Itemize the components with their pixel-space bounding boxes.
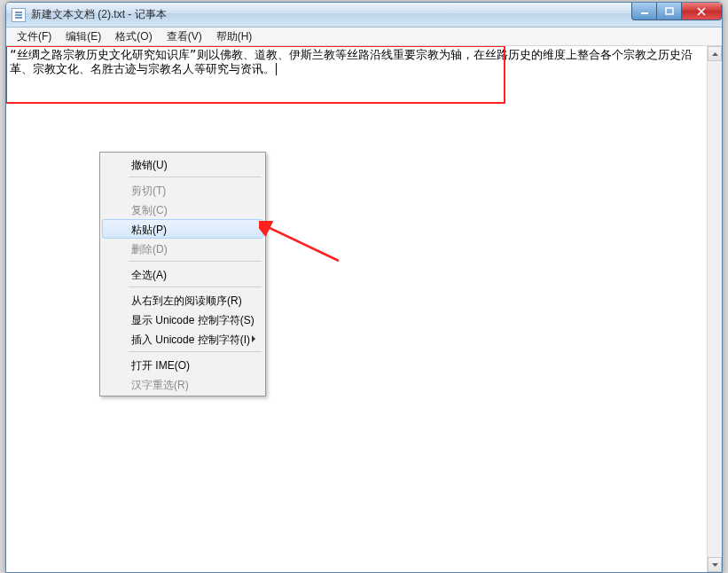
menubar: 文件(F) 编辑(E) 格式(O) 查看(V) 帮助(H)	[6, 27, 722, 46]
maximize-icon	[665, 7, 674, 16]
titlebar[interactable]: 新建文本文档 (2).txt - 记事本	[6, 3, 722, 27]
editor-text: “丝绸之路宗教历史文化研究知识库”则以佛教、道教、伊斯兰教等丝路沿线重要宗教为轴…	[10, 48, 693, 75]
text-cursor	[276, 63, 277, 75]
menu-help[interactable]: 帮助(H)	[209, 27, 260, 46]
context-menu: 撤销(U) 剪切(T) 复制(C) 粘贴(P) 删除(D) 全选(A) 从右到左…	[99, 152, 266, 396]
menu-separator	[129, 286, 262, 287]
close-icon	[696, 7, 707, 16]
menu-separator	[129, 177, 262, 177]
scroll-up-button[interactable]	[708, 46, 722, 61]
menu-separator	[129, 261, 262, 262]
context-open-ime[interactable]: 打开 IME(O)	[102, 355, 263, 374]
content-area: “丝绸之路宗教历史文化研究知识库”则以佛教、道教、伊斯兰教等丝路沿线重要宗教为轴…	[6, 46, 722, 572]
svg-rect-0	[641, 12, 648, 14]
context-paste[interactable]: 粘贴(P)	[102, 219, 263, 239]
context-cut[interactable]: 剪切(T)	[102, 180, 263, 200]
context-reconvert[interactable]: 汉字重选(R)	[102, 374, 263, 394]
context-undo[interactable]: 撤销(U)	[102, 154, 263, 174]
minimize-button[interactable]	[631, 3, 656, 20]
menu-file[interactable]: 文件(F)	[10, 27, 59, 46]
window-controls	[631, 3, 722, 20]
close-button[interactable]	[681, 3, 722, 20]
menu-view[interactable]: 查看(V)	[160, 27, 209, 46]
chevron-up-icon	[712, 52, 718, 56]
context-copy[interactable]: 复制(C)	[102, 200, 263, 219]
maximize-button[interactable]	[656, 3, 681, 20]
notepad-window: 新建文本文档 (2).txt - 记事本 文件(F) 编辑(E) 格式(O) 查…	[5, 2, 723, 573]
chevron-down-icon	[712, 563, 718, 567]
context-select-all[interactable]: 全选(A)	[102, 264, 263, 284]
scroll-track[interactable]	[708, 61, 722, 557]
context-show-unicode[interactable]: 显示 Unicode 控制字符(S)	[102, 310, 263, 329]
menu-edit[interactable]: 编辑(E)	[59, 27, 108, 46]
notepad-icon	[12, 8, 26, 22]
menu-separator	[129, 351, 262, 352]
minimize-icon	[640, 7, 649, 16]
menu-format[interactable]: 格式(O)	[108, 27, 159, 46]
window-title: 新建文本文档 (2).txt - 记事本	[31, 7, 167, 22]
submenu-arrow-icon	[252, 335, 255, 342]
context-rtl[interactable]: 从右到左的阅读顺序(R)	[102, 290, 263, 310]
scroll-down-button[interactable]	[708, 557, 722, 572]
vertical-scrollbar[interactable]	[707, 46, 722, 572]
context-insert-unicode-label: 插入 Unicode 控制字符(I)	[131, 334, 250, 346]
context-delete[interactable]: 删除(D)	[102, 239, 263, 258]
svg-rect-1	[666, 8, 673, 14]
context-insert-unicode[interactable]: 插入 Unicode 控制字符(I)	[102, 329, 263, 349]
